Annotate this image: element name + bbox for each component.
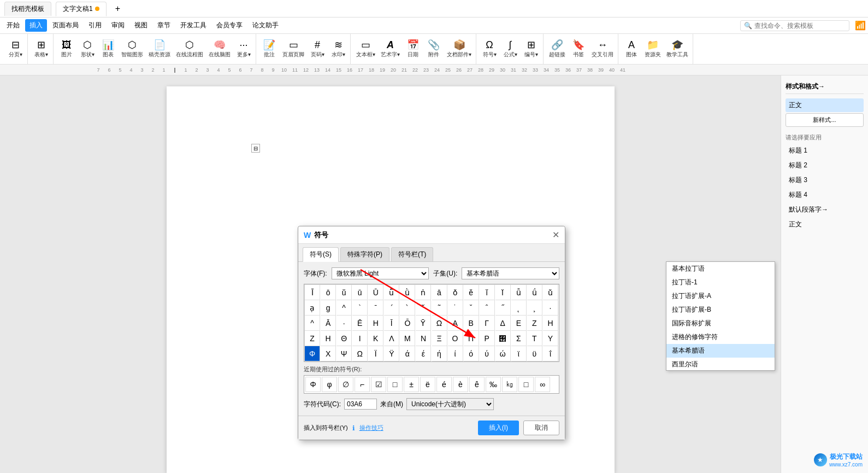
symbol-cell[interactable]: Ο bbox=[448, 331, 463, 346]
symbol-cell[interactable]: Λ bbox=[384, 331, 399, 346]
symbol-cell[interactable]: Ÿ bbox=[384, 346, 399, 361]
dropdown-item[interactable]: 拉丁语扩展-A bbox=[666, 289, 775, 303]
tab-templates[interactable]: 找稻壳模板 bbox=[4, 2, 51, 16]
insert-button[interactable]: 插入(I) bbox=[478, 421, 519, 435]
recent-cell[interactable]: φ bbox=[322, 377, 337, 392]
symbol-cell[interactable]: Γ bbox=[480, 316, 495, 331]
symbol-cell[interactable]: ί bbox=[448, 346, 463, 361]
symbol-cell[interactable]: ǜ bbox=[400, 285, 415, 300]
recent-cell[interactable]: Φ bbox=[305, 377, 321, 392]
toolbar-btn-attachment[interactable]: 📎 附件 bbox=[424, 39, 444, 60]
toolbar-btn-flow[interactable]: ⬡ 在线流程图 bbox=[174, 39, 205, 60]
recent-cell[interactable]: ∞ bbox=[535, 377, 550, 392]
dropdown-item[interactable]: 基本拉丁语 bbox=[666, 262, 775, 276]
toolbar-btn-chart[interactable]: 📊 图表 bbox=[98, 39, 118, 60]
toolbar-btn-page[interactable]: ⊟ 分页▾ bbox=[5, 39, 25, 60]
symbol-cell[interactable]: ǐ bbox=[495, 285, 511, 300]
toolbar-btn-smart[interactable]: ⬡ 智能图形 bbox=[119, 39, 145, 60]
symbol-cell[interactable]: ˉ bbox=[368, 300, 383, 316]
symbol-cell[interactable]: ǘ bbox=[527, 285, 542, 300]
toolbar-btn-comment[interactable]: 📝 批注 bbox=[259, 39, 279, 60]
cancel-button[interactable]: 取消 bbox=[523, 421, 559, 435]
dropdown-item[interactable]: 拉丁语-1 bbox=[666, 276, 775, 289]
symbol-cell[interactable]: H bbox=[321, 331, 336, 346]
toolbar-btn-header[interactable]: ▭ 页眉页脚 bbox=[280, 39, 306, 60]
symbol-cell[interactable]: ĭ bbox=[480, 285, 495, 300]
toolbar-btn-mindmap[interactable]: 🧠 在线脑图 bbox=[206, 39, 233, 60]
symbol-cell[interactable]: Δ bbox=[495, 316, 511, 331]
recent-cell[interactable]: ± bbox=[404, 377, 419, 392]
toolbar-btn-bookmark[interactable]: 🔖 书签 bbox=[569, 39, 588, 60]
menu-view[interactable]: 视图 bbox=[130, 19, 152, 32]
symbol-cell[interactable]: I bbox=[352, 331, 368, 346]
subset-select[interactable]: 基本希腊语 bbox=[462, 267, 559, 279]
symbol-cell[interactable]: ˊ bbox=[384, 300, 399, 316]
symbol-cell[interactable]: ό bbox=[464, 346, 479, 361]
toolbar-btn-font[interactable]: A 图体 bbox=[622, 39, 641, 60]
recent-cell[interactable]: è bbox=[453, 377, 468, 392]
symbol-cell[interactable]: ¸ bbox=[527, 300, 542, 316]
sidebar-style-h3[interactable]: 标题 3 bbox=[786, 173, 864, 187]
symbol-cell[interactable]: · bbox=[543, 300, 558, 316]
symbol-cell[interactable]: g bbox=[321, 300, 336, 316]
recent-cell[interactable]: ⌐ bbox=[355, 377, 370, 392]
symbol-cell[interactable]: Ō bbox=[400, 316, 415, 331]
symbol-cell[interactable]: ŭ bbox=[336, 285, 352, 300]
toolbar-btn-number[interactable]: ⊞ 编号▾ bbox=[521, 39, 541, 60]
toolbar-btn-pagenum[interactable]: # 页码▾ bbox=[308, 39, 327, 60]
tab-symbolbar[interactable]: 符号栏(T) bbox=[391, 247, 433, 261]
recent-cell[interactable]: □ bbox=[518, 377, 534, 392]
symbol-cell[interactable]: ώ bbox=[495, 346, 511, 361]
dropdown-item[interactable]: 西里尔语 bbox=[666, 358, 775, 371]
toolbar-btn-resource[interactable]: 📄 稿壳资源 bbox=[146, 39, 173, 60]
symbol-cell[interactable]: ϋ bbox=[527, 346, 542, 361]
symbol-cell[interactable]: Ï bbox=[368, 346, 383, 361]
symbol-cell[interactable]: ǒ bbox=[448, 285, 463, 300]
menu-reference[interactable]: 引用 bbox=[84, 19, 106, 32]
menu-insert[interactable]: 插入 bbox=[25, 19, 47, 32]
menu-dev[interactable]: 开发工具 bbox=[176, 19, 211, 32]
toolbar-btn-docpart[interactable]: 📦 文档部件▾ bbox=[445, 39, 474, 60]
symbol-cell[interactable]: M bbox=[400, 331, 415, 346]
symbol-cell[interactable]: ά bbox=[400, 346, 415, 361]
symbol-cell[interactable]: έ bbox=[416, 346, 431, 361]
symbol-cell[interactable]: · bbox=[336, 316, 352, 331]
symbol-cell[interactable]: Ȳ bbox=[416, 316, 431, 331]
close-button[interactable]: ✕ bbox=[552, 230, 559, 240]
menu-start[interactable]: 开始 bbox=[2, 19, 24, 32]
toolbar-btn-table[interactable]: ⊞ 表格▾ bbox=[31, 39, 51, 60]
symbol-cell[interactable]: ˆ bbox=[480, 300, 495, 316]
new-style-button[interactable]: 新样式... bbox=[786, 113, 864, 127]
recent-cell[interactable]: ê bbox=[469, 377, 485, 392]
symbol-cell[interactable]: Ρ bbox=[480, 331, 495, 346]
recent-cell[interactable]: ‰ bbox=[486, 377, 501, 392]
symbol-cell[interactable]: ˘ bbox=[416, 300, 431, 316]
menu-page-layout[interactable]: 页面布局 bbox=[48, 19, 83, 32]
symbol-cell[interactable]: Ī bbox=[384, 316, 399, 331]
symbol-cell[interactable]: ě bbox=[464, 285, 479, 300]
dropdown-item[interactable]: 国际音标扩展 bbox=[666, 317, 775, 330]
symbol-cell[interactable]: Ζ bbox=[527, 316, 542, 331]
recent-cell[interactable]: ë bbox=[420, 377, 435, 392]
symbol-cell[interactable]: ` bbox=[352, 300, 368, 316]
toolbar-btn-image[interactable]: 🖼 图片 bbox=[57, 39, 76, 60]
symbol-cell[interactable]: Z bbox=[305, 331, 320, 346]
toolbar-btn-date[interactable]: 📅 日期 bbox=[403, 39, 423, 60]
toolbar-btn-crossref[interactable]: ↔ 交叉引用 bbox=[589, 39, 616, 60]
symbol-cell[interactable]: Π bbox=[464, 331, 479, 346]
symbol-cell[interactable]: X bbox=[321, 346, 336, 361]
symbol-cell[interactable]: ˇ bbox=[464, 300, 479, 316]
symbol-cell[interactable]: ή bbox=[432, 346, 447, 361]
symbol-cell[interactable]: ṅ bbox=[416, 285, 431, 300]
menu-member[interactable]: 会员专享 bbox=[212, 19, 247, 32]
toolbar-btn-watermark[interactable]: ≋ 水印▾ bbox=[328, 39, 348, 60]
sidebar-style-h1[interactable]: 标题 1 bbox=[786, 144, 864, 157]
symbol-cell[interactable]: ǔ bbox=[543, 285, 558, 300]
symbol-cell[interactable]: ạ bbox=[305, 300, 320, 316]
symbol-cell[interactable]: ā bbox=[432, 285, 447, 300]
symbol-cell[interactable]: Ψ bbox=[336, 346, 352, 361]
from-select[interactable]: Unicode(十六进制) bbox=[406, 398, 494, 410]
symbol-cell[interactable]: Υ bbox=[543, 331, 558, 346]
toolbar-btn-textbox[interactable]: ▭ 文本框▾ bbox=[354, 39, 377, 60]
symbol-cell[interactable]: ˋ bbox=[400, 300, 415, 316]
